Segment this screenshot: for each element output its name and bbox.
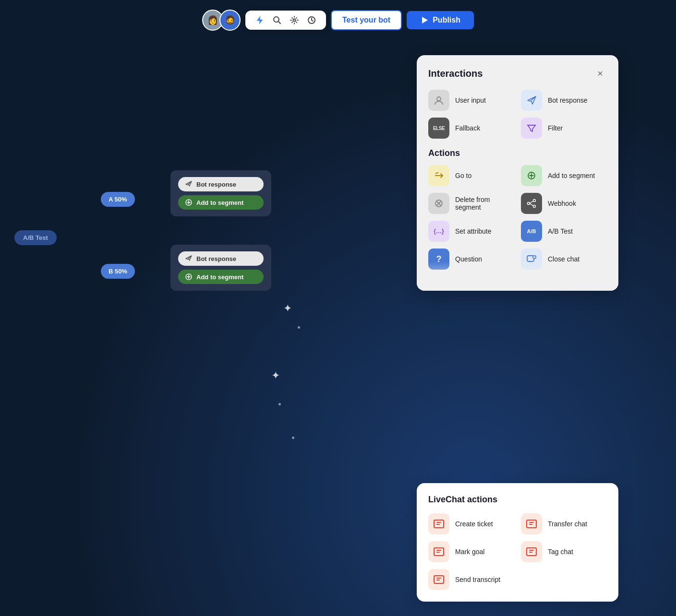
bot-response-btn-a[interactable]: Bot response: [178, 177, 264, 191]
sparkle-decoration-2: ✦: [271, 369, 280, 382]
question-label: Question: [455, 255, 482, 263]
svg-point-12: [528, 202, 530, 205]
svg-point-2: [293, 19, 296, 22]
svg-marker-4: [422, 17, 428, 24]
livechat-transfer-chat[interactable]: Transfer chat: [521, 513, 607, 534]
add-to-segment-btn-b[interactable]: Add to segment: [178, 270, 264, 284]
ab-test-label-panel: A/B Test: [548, 227, 573, 235]
livechat-mark-goal[interactable]: Mark goal: [428, 541, 514, 562]
svg-line-1: [278, 22, 281, 24]
ab-test-icon: A/B: [521, 221, 542, 242]
toolbar-icons-container: [245, 11, 326, 30]
tag-chat-icon: [521, 541, 542, 562]
livechat-title: LiveChat actions: [428, 495, 607, 505]
action-close-chat[interactable]: Close chat: [521, 249, 607, 270]
transfer-chat-label: Transfer chat: [548, 520, 587, 528]
svg-line-16: [530, 203, 533, 206]
ab-test-label: A/B Test: [23, 234, 48, 241]
actions-grid: Go to Add to segment Delete from segmen: [428, 165, 607, 270]
filter-icon: [521, 118, 542, 139]
svg-point-7: [437, 97, 441, 101]
close-panel-button[interactable]: ×: [593, 67, 607, 80]
add-to-segment-btn-a[interactable]: Add to segment: [178, 195, 264, 210]
interaction-filter[interactable]: Filter: [521, 118, 607, 139]
go-to-label: Go to: [455, 172, 471, 179]
fallback-label: Fallback: [455, 124, 480, 132]
interactions-panel: Interactions × User input Bot response: [417, 55, 618, 291]
svg-line-15: [530, 201, 533, 203]
action-card-b: Bot response Add to segment: [170, 245, 271, 291]
livechat-panel: LiveChat actions Create ticket Transfer …: [417, 483, 618, 602]
action-go-to[interactable]: Go to: [428, 165, 514, 186]
add-segment-label: Add to segment: [548, 172, 595, 179]
send-transcript-label: Send transcript: [455, 576, 500, 583]
action-delete-segment[interactable]: Delete from segment: [428, 193, 514, 214]
bot-response-btn-b[interactable]: Bot response: [178, 251, 264, 266]
panel-title: Interactions: [428, 68, 483, 79]
bot-response-label-a: Bot response: [196, 181, 236, 188]
avatars: 👩 🧔: [202, 10, 241, 31]
livechat-send-transcript[interactable]: Send transcript: [428, 569, 514, 590]
segment-icon-b: [185, 273, 193, 281]
avatar-2: 🧔: [219, 10, 241, 31]
livechat-tag-chat[interactable]: Tag chat: [521, 541, 607, 562]
webhook-icon: [521, 193, 542, 214]
settings-icon[interactable]: [290, 15, 299, 25]
dot-decoration-2: [278, 403, 281, 405]
add-to-segment-label-a: Add to segment: [196, 199, 243, 206]
livechat-create-ticket[interactable]: Create ticket: [428, 513, 514, 534]
test-your-bot-button[interactable]: Test your bot: [331, 10, 402, 30]
filter-label: Filter: [548, 124, 563, 132]
actions-section-title: Actions: [428, 148, 607, 158]
send-icon: [185, 180, 193, 188]
dot-decoration-3: [292, 437, 294, 439]
create-ticket-icon: [428, 513, 449, 534]
action-question[interactable]: ? Question: [428, 249, 514, 270]
action-ab-test[interactable]: A/B A/B Test: [521, 221, 607, 242]
close-chat-icon: [521, 249, 542, 270]
go-to-icon: [428, 165, 449, 186]
sparkle-decoration-1: ✦: [283, 302, 292, 315]
bot-response-icon: [521, 90, 542, 111]
set-attribute-label: Set attribute: [455, 227, 492, 235]
action-add-segment[interactable]: Add to segment: [521, 165, 607, 186]
lightning-icon[interactable]: [255, 15, 265, 25]
branch-a-label: A 50%: [109, 196, 127, 203]
interaction-user-input[interactable]: User input: [428, 90, 514, 111]
svg-point-13: [533, 200, 536, 202]
delete-segment-icon: [428, 193, 449, 214]
branch-a-node[interactable]: A 50%: [101, 192, 135, 207]
close-chat-label: Close chat: [548, 255, 579, 263]
fallback-icon: ELSE: [428, 118, 449, 139]
send-transcript-icon: [428, 569, 449, 590]
transfer-chat-icon: [521, 513, 542, 534]
interaction-bot-response[interactable]: Bot response: [521, 90, 607, 111]
add-to-segment-label-b: Add to segment: [196, 273, 243, 281]
segment-icon: [185, 199, 193, 206]
interaction-fallback[interactable]: ELSE Fallback: [428, 118, 514, 139]
search-icon[interactable]: [272, 15, 282, 25]
action-card-a: Bot response Add to segment: [170, 170, 271, 216]
branch-b-label: B 50%: [109, 268, 127, 275]
toolbar: 👩 🧔 Test your bot: [202, 10, 474, 31]
branch-b-node[interactable]: B 50%: [101, 264, 135, 279]
delete-segment-label: Delete from segment: [455, 196, 514, 211]
panel-header: Interactions ×: [428, 67, 607, 80]
set-attribute-icon: {…}: [428, 221, 449, 242]
tag-chat-label: Tag chat: [548, 548, 573, 556]
interactions-grid: User input Bot response ELSE Fallback Fi…: [428, 90, 607, 139]
question-icon: ?: [428, 249, 449, 270]
create-ticket-label: Create ticket: [455, 520, 493, 528]
svg-point-14: [533, 205, 536, 208]
user-input-icon: [428, 90, 449, 111]
livechat-grid: Create ticket Transfer chat Mark goal: [428, 513, 607, 590]
action-set-attribute[interactable]: {…} Set attribute: [428, 221, 514, 242]
bot-response-label-b: Bot response: [196, 255, 236, 262]
publish-button[interactable]: Publish: [407, 11, 474, 29]
publish-label: Publish: [433, 16, 460, 24]
history-icon[interactable]: [307, 15, 316, 25]
action-webhook[interactable]: Webhook: [521, 193, 607, 214]
connector-lines: [0, 43, 144, 115]
ab-test-node[interactable]: A/B Test: [14, 230, 57, 245]
bot-response-label: Bot response: [548, 96, 588, 104]
